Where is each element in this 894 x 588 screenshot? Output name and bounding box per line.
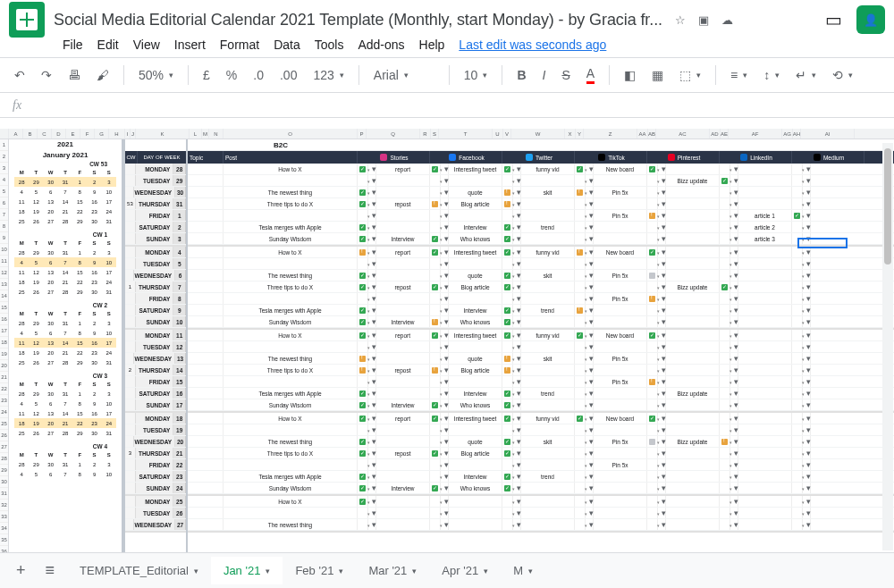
pinterest-cell[interactable]: Pin 5x	[594, 187, 647, 197]
content-row[interactable]: How to X report Interesting tweet funny …	[188, 413, 894, 424]
twitter-cell[interactable]: Interesting tweet	[449, 330, 502, 340]
sheets-logo-icon[interactable]	[9, 2, 45, 38]
week-day-row[interactable]: 2THURSDAY14	[125, 365, 186, 376]
number-format-dropdown[interactable]: 123	[308, 64, 349, 86]
tiktok-cell[interactable]	[521, 424, 575, 435]
post-cell[interactable]	[224, 508, 358, 518]
zoom-dropdown[interactable]: 50%	[133, 64, 179, 86]
post-cell[interactable]: Tesla merges with Apple	[224, 388, 358, 399]
facebook-cell[interactable]	[376, 270, 430, 281]
halign-button[interactable]: ≡	[725, 64, 753, 86]
week-day-row[interactable]: TUESDAY12	[125, 341, 186, 353]
medium-cell[interactable]	[738, 388, 792, 399]
linkedin-cell[interactable]: Bizz update	[666, 388, 720, 399]
content-row[interactable]	[188, 508, 894, 519]
status-checkbox[interactable]	[359, 485, 366, 491]
linkedin-cell[interactable]	[666, 247, 720, 257]
spreadsheet-grid[interactable]: ABCDEFGHIJKLMNOPQRSTUVWXYZAAABACADAEAFAG…	[0, 129, 894, 552]
pinterest-cell[interactable]	[594, 341, 647, 352]
status-checkbox[interactable]	[504, 450, 510, 457]
facebook-cell[interactable]: repost	[376, 281, 430, 292]
tiktok-cell[interactable]	[521, 316, 575, 327]
status-checkbox[interactable]	[432, 367, 438, 374]
status-checkbox[interactable]	[359, 201, 366, 207]
medium-cell[interactable]	[738, 353, 792, 364]
pinterest-cell[interactable]	[594, 483, 647, 493]
pinterest-cell[interactable]: Pin 5x	[594, 210, 647, 221]
medium-cell[interactable]	[738, 448, 792, 458]
week-day-row[interactable]: WEDNESDAY13	[125, 353, 186, 365]
medium-cell[interactable]	[738, 281, 792, 292]
post-cell[interactable]: How to X	[224, 496, 358, 507]
status-checkbox[interactable]	[577, 416, 583, 422]
medium-cell[interactable]	[738, 459, 792, 470]
week-day-row[interactable]: SATURDAY2	[125, 222, 186, 233]
document-title[interactable]: Social Media Editorial Calendar 2021 Tem…	[54, 11, 662, 29]
week-day-row[interactable]: FRIDAY1	[125, 210, 186, 222]
twitter-cell[interactable]: Interview	[449, 471, 502, 482]
post-cell[interactable]: The newest thing	[224, 353, 358, 364]
status-checkbox[interactable]	[432, 201, 438, 207]
content-row[interactable]: Pin 5x	[188, 293, 894, 305]
content-row[interactable]: Three tips to do X repost Blog article B…	[188, 281, 894, 293]
post-cell[interactable]: Three tips to do X	[224, 198, 358, 209]
week-day-row[interactable]: 53THURSDAY31	[125, 198, 186, 210]
italic-button[interactable]: I	[537, 64, 552, 86]
status-checkbox[interactable]	[649, 439, 655, 445]
linkedin-cell[interactable]	[666, 365, 720, 375]
sheet-tab[interactable]: Apr '21▾	[429, 557, 501, 584]
status-checkbox[interactable]	[359, 332, 366, 339]
linkedin-cell[interactable]	[666, 210, 720, 221]
star-icon[interactable]: ☆	[675, 13, 686, 27]
linkedin-cell[interactable]	[666, 459, 720, 470]
pinterest-cell[interactable]: New board	[594, 413, 647, 424]
content-row[interactable]: Tesla merges with Apple Interview trend	[188, 305, 894, 316]
week-day-row[interactable]: SUNDAY3	[125, 233, 186, 245]
status-checkbox[interactable]	[432, 485, 438, 491]
twitter-cell[interactable]: Blog article	[449, 365, 502, 375]
status-checkbox[interactable]	[359, 307, 366, 314]
tiktok-cell[interactable]	[521, 496, 575, 507]
content-row[interactable]: How to X report Interesting tweet funny …	[188, 247, 894, 258]
status-checkbox[interactable]	[504, 284, 510, 290]
week-day-row[interactable]: SUNDAY24	[125, 483, 186, 494]
status-checkbox[interactable]	[577, 332, 583, 339]
twitter-cell[interactable]: Interview	[449, 388, 502, 399]
tiktok-cell[interactable]: funny vid	[521, 164, 575, 174]
facebook-cell[interactable]	[376, 258, 430, 269]
facebook-cell[interactable]	[376, 424, 430, 435]
week-day-row[interactable]: SUNDAY10	[125, 316, 186, 328]
post-cell[interactable]: Three tips to do X	[224, 448, 358, 458]
status-checkbox[interactable]	[359, 416, 366, 422]
twitter-cell[interactable]	[449, 496, 502, 507]
twitter-cell[interactable]	[449, 508, 502, 518]
status-checkbox[interactable]	[649, 379, 655, 385]
status-checkbox[interactable]	[359, 499, 366, 505]
pinterest-cell[interactable]	[594, 305, 647, 315]
facebook-cell[interactable]	[376, 341, 430, 352]
tiktok-cell[interactable]: trend	[521, 471, 575, 482]
content-row[interactable]: Tesla merges with Apple Interview trend …	[188, 388, 894, 399]
tiktok-cell[interactable]: trend	[521, 222, 575, 232]
medium-cell[interactable]: article 3	[738, 233, 792, 244]
formula-input[interactable]	[34, 93, 894, 117]
row-headers[interactable]: 1234567891011121314151617181920212223242…	[0, 139, 9, 552]
status-checkbox[interactable]	[504, 201, 510, 207]
facebook-cell[interactable]: report	[376, 413, 430, 424]
pinterest-cell[interactable]	[594, 519, 647, 530]
tiktok-cell[interactable]: trend	[521, 305, 575, 315]
status-checkbox[interactable]	[721, 439, 728, 445]
linkedin-cell[interactable]	[666, 353, 720, 364]
twitter-cell[interactable]	[449, 376, 502, 387]
status-checkbox[interactable]	[432, 332, 438, 339]
twitter-cell[interactable]: quote	[449, 436, 502, 447]
twitter-cell[interactable]: quote	[449, 270, 502, 281]
linkedin-cell[interactable]	[666, 164, 720, 174]
post-cell[interactable]: Sunday Wisdom	[224, 316, 358, 327]
pinterest-cell[interactable]	[594, 399, 647, 410]
last-edit-link[interactable]: Last edit was seconds ago	[459, 38, 606, 52]
content-row[interactable]: The newest thing quote skit Pin 5x	[188, 187, 894, 198]
linkedin-cell[interactable]	[666, 305, 720, 315]
comments-icon[interactable]: ▭	[825, 9, 842, 30]
status-checkbox[interactable]	[577, 166, 583, 172]
